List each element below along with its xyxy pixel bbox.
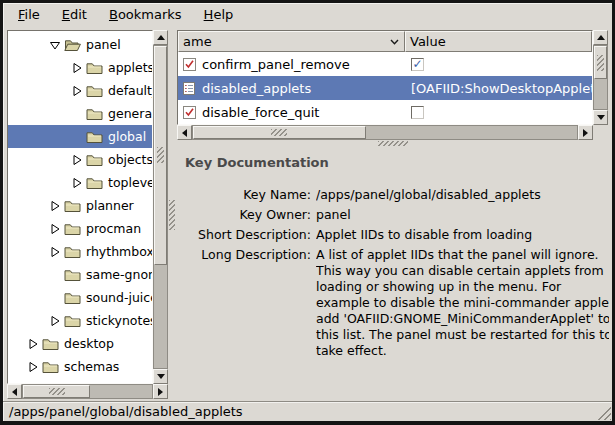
menu-bookmarks[interactable]: Bookmarks bbox=[98, 4, 193, 26]
folder-icon bbox=[86, 107, 103, 121]
statusbar-key-path: /apps/panel/global/disabled_applets bbox=[9, 404, 243, 419]
column-header-value[interactable]: Value bbox=[405, 31, 592, 52]
tree-item-general[interactable]: general bbox=[8, 102, 152, 125]
expander-down-icon[interactable] bbox=[48, 38, 61, 51]
table-scroll-down-button[interactable] bbox=[593, 110, 608, 125]
arrow-down-icon bbox=[597, 115, 605, 124]
tree-item-desktop[interactable]: desktop bbox=[8, 332, 152, 355]
table-row-confirm_panel_remove[interactable]: confirm_panel_remove✓ bbox=[178, 52, 592, 76]
expander-right-icon[interactable] bbox=[70, 153, 83, 166]
expander-right-icon[interactable] bbox=[48, 245, 61, 258]
tree-item-default-se[interactable]: default_se bbox=[8, 79, 152, 102]
table-horizontal-scrollbar[interactable] bbox=[177, 125, 593, 140]
table-row-disabled_applets[interactable]: disabled_applets[OAFIID:ShowDesktopApple… bbox=[178, 76, 592, 100]
tree-hscroll-trough[interactable] bbox=[22, 384, 153, 399]
menu-label: ile bbox=[25, 7, 40, 22]
pane-splitter-vertical[interactable] bbox=[168, 30, 177, 399]
tree-item-global[interactable]: global bbox=[8, 125, 152, 148]
folder-icon bbox=[86, 176, 103, 190]
table-vertical-scrollbar[interactable] bbox=[593, 30, 608, 125]
tree-item-toplevels[interactable]: toplevels bbox=[8, 171, 152, 194]
doc-field-label: Short Description: bbox=[185, 227, 311, 243]
tree-vscroll-thumb[interactable] bbox=[154, 46, 167, 265]
folder-icon bbox=[42, 360, 59, 374]
folder-icon bbox=[64, 245, 81, 259]
menu-file[interactable]: File bbox=[7, 4, 51, 26]
tree-item-label: stickynotes_ bbox=[86, 313, 152, 328]
tree-item-schemas[interactable]: schemas bbox=[8, 355, 152, 378]
expander-right-icon[interactable] bbox=[48, 314, 61, 327]
tree-item-label: schemas bbox=[64, 359, 119, 374]
tree-item-label: applets bbox=[108, 60, 152, 75]
tree-scroll-up-button[interactable] bbox=[153, 30, 168, 45]
table-scroll-up-button[interactable] bbox=[593, 30, 608, 45]
table-vscroll-thumb[interactable] bbox=[594, 46, 607, 79]
thumb-grip-icon bbox=[597, 55, 604, 71]
tree-item-same-gnome[interactable]: same-gnome bbox=[8, 263, 152, 286]
expander-right-icon bbox=[49, 200, 61, 212]
expander-right-icon[interactable] bbox=[48, 222, 61, 235]
tree-item-objects[interactable]: objects bbox=[8, 148, 152, 171]
tree-vscroll-trough[interactable] bbox=[153, 45, 168, 369]
arrow-up-icon bbox=[157, 31, 165, 40]
column-header-name[interactable]: ame bbox=[178, 31, 405, 52]
arrow-right-icon bbox=[583, 129, 592, 137]
tree-item-label: rhythmbox bbox=[86, 244, 152, 259]
tree-scroll-down-button[interactable] bbox=[153, 369, 168, 384]
expander-right-icon[interactable] bbox=[26, 337, 39, 350]
splitter-grip-icon bbox=[378, 141, 408, 146]
tree-item-label: toplevels bbox=[108, 175, 152, 190]
tree-horizontal-scrollbar[interactable] bbox=[7, 384, 168, 399]
boolean-key-icon bbox=[182, 105, 197, 120]
tree-item-applets[interactable]: applets bbox=[8, 56, 152, 79]
table-hscroll-trough[interactable] bbox=[192, 125, 578, 140]
folder-icon bbox=[64, 222, 81, 236]
expander-right-icon[interactable] bbox=[70, 84, 83, 97]
tree-item-procman[interactable]: procman bbox=[8, 217, 152, 240]
key-value-cell: [OAFIID:ShowDesktopApplet] bbox=[405, 81, 592, 96]
menu-help[interactable]: Help bbox=[193, 4, 245, 26]
folder-icon bbox=[64, 291, 81, 305]
column-header-name-label: ame bbox=[183, 34, 212, 49]
menu-edit[interactable]: Edit bbox=[51, 4, 98, 26]
doc-field-value: Applet IIDs to disable from loading bbox=[316, 227, 609, 243]
value-checkbox-unchecked[interactable] bbox=[411, 106, 424, 119]
folder-icon bbox=[86, 176, 103, 190]
table-scroll-right-button[interactable] bbox=[578, 125, 593, 140]
tree-hscroll-thumb[interactable] bbox=[23, 385, 90, 398]
value-checkbox-checked[interactable]: ✓ bbox=[411, 58, 424, 71]
key-table-area: ame Value confirm_panel_remove✓disabled_… bbox=[177, 30, 609, 140]
pane-splitter-horizontal[interactable] bbox=[177, 140, 609, 148]
expander-right-icon[interactable] bbox=[70, 61, 83, 74]
splitter-grip-icon bbox=[169, 200, 175, 230]
table-vscroll-trough[interactable] bbox=[593, 45, 608, 110]
expander-right-icon[interactable] bbox=[70, 176, 83, 189]
sort-descending-icon bbox=[389, 38, 400, 46]
key-name-cell: disabled_applets bbox=[178, 81, 405, 96]
scrollbar-corner bbox=[593, 125, 609, 140]
tree-item-sound-juicer[interactable]: sound-juicer bbox=[8, 286, 152, 309]
table-scroll-left-button[interactable] bbox=[177, 125, 192, 140]
window-resize-grip-icon[interactable] bbox=[596, 405, 611, 420]
folder-icon bbox=[86, 130, 103, 144]
statusbar: /apps/panel/global/disabled_applets bbox=[3, 401, 612, 421]
expander-right-icon[interactable] bbox=[26, 360, 39, 373]
tree-item-rhythmbox[interactable]: rhythmbox bbox=[8, 240, 152, 263]
tree-scroll-right-button[interactable] bbox=[153, 384, 168, 399]
tree-item-label: global bbox=[108, 129, 146, 144]
key-value-text: [OAFIID:ShowDesktopApplet] bbox=[411, 81, 592, 96]
table-body: confirm_panel_remove✓disabled_applets[OA… bbox=[178, 52, 592, 124]
tree-item-panel[interactable]: panel bbox=[8, 33, 152, 56]
tree-item-stickynotes-[interactable]: stickynotes_ bbox=[8, 309, 152, 332]
column-header-value-label: Value bbox=[410, 34, 446, 49]
tree-item-planner[interactable]: planner bbox=[8, 194, 152, 217]
doc-field-value: /apps/panel/global/disabled_applets bbox=[316, 187, 609, 203]
table-hscroll-thumb[interactable] bbox=[193, 126, 366, 139]
expander-right-icon[interactable] bbox=[48, 199, 61, 212]
table-row-disable_force_quit[interactable]: disable_force_quit bbox=[178, 100, 592, 124]
gconf-editor-window: FileEditBookmarksHelp panelappletsdefaul… bbox=[0, 0, 615, 425]
key-name-cell: confirm_panel_remove bbox=[178, 57, 405, 72]
key-pane: ame Value confirm_panel_remove✓disabled_… bbox=[177, 30, 609, 399]
tree-vertical-scrollbar[interactable] bbox=[153, 30, 168, 384]
tree-scroll-left-button[interactable] bbox=[7, 384, 22, 399]
